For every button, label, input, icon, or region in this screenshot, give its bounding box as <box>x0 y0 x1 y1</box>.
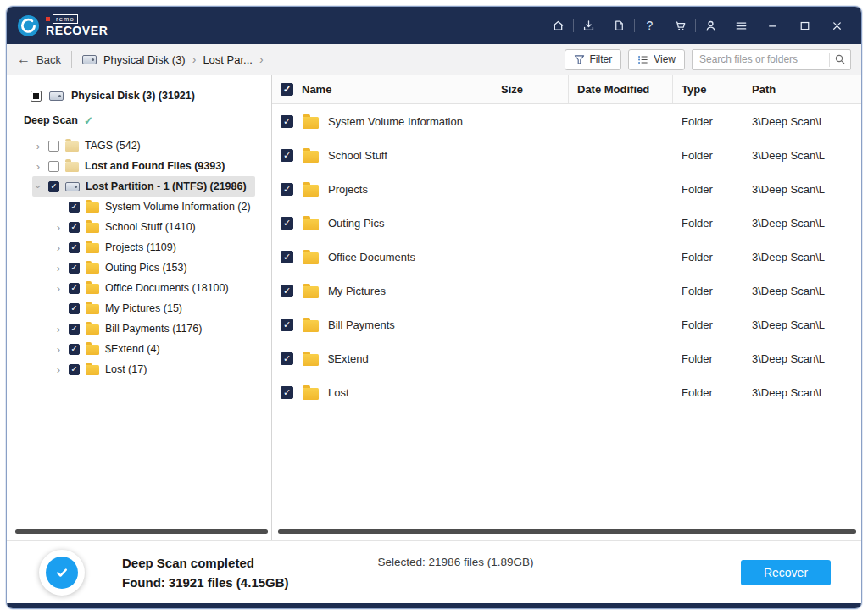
table-row-outing-pics[interactable]: ✓Outing PicsFolder3\Deep Scan\L <box>272 206 861 240</box>
expand-arrow-icon[interactable]: › <box>54 221 63 234</box>
expand-arrow-icon[interactable]: › <box>54 282 63 295</box>
table-row-projects[interactable]: ✓ProjectsFolder3\Deep Scan\L <box>272 172 861 206</box>
content-area: Physical Disk (3) (31921) Deep Scan ✓ ›T… <box>7 75 861 540</box>
tree-item-outing-pics-153[interactable]: ›✓Outing Pics (153) <box>53 258 196 278</box>
expand-arrow-icon[interactable]: › <box>54 363 63 376</box>
folder-icon <box>303 320 319 332</box>
help-icon[interactable]: ? <box>635 14 665 36</box>
row-checkbox[interactable]: ✓ <box>281 251 293 263</box>
column-header-path[interactable]: Path <box>743 75 861 103</box>
column-header-type[interactable]: Type <box>673 75 743 103</box>
row-checkbox[interactable]: ✓ <box>281 319 293 331</box>
expand-arrow-icon[interactable]: › <box>54 241 63 254</box>
tree-item-checkbox[interactable]: ✓ <box>69 242 80 253</box>
maximize-button[interactable] <box>788 14 821 36</box>
toolbar-separator <box>71 51 72 68</box>
column-header-name[interactable]: ✓Name <box>272 75 492 103</box>
tree-item-projects-1109[interactable]: ›✓Projects (1109) <box>53 237 185 258</box>
folder-icon <box>86 304 99 314</box>
tree-item-lost-partition-1-ntfs-21986[interactable]: ›✓Lost Partition - 1 (NTFS) (21986) <box>32 176 255 197</box>
tree-root-item[interactable]: Physical Disk (3) (31921) <box>31 86 271 106</box>
tree-item-checkbox[interactable]: ✓ <box>69 344 80 355</box>
folder-icon <box>86 202 99 213</box>
tree-item-office-documents-18100[interactable]: ›✓Office Documents (18100) <box>53 278 237 298</box>
cart-icon[interactable] <box>665 14 695 36</box>
column-header-size[interactable]: Size <box>492 75 569 103</box>
tree-item-checkbox[interactable]: ✓ <box>69 283 80 294</box>
table-body: ✓System Volume InformationFolder3\Deep S… <box>272 104 861 540</box>
scan-status-row: Deep Scan ✓ <box>24 111 271 130</box>
cell-path: 3\Deep Scan\L <box>743 149 861 162</box>
back-button[interactable]: ← Back <box>17 53 61 66</box>
sidebar-horizontal-scrollbar[interactable] <box>15 529 268 534</box>
tree-item-checkbox[interactable]: ✓ <box>69 202 80 213</box>
table-row-lost[interactable]: ✓LostFolder3\Deep Scan\L <box>272 375 861 409</box>
tree-item-school-stuff-1410[interactable]: ›✓School Stuff (1410) <box>53 217 204 237</box>
tree-item-bill-payments-1176[interactable]: ›✓Bill Payments (1176) <box>53 319 210 339</box>
tree-item-checkbox[interactable]: ✓ <box>69 303 80 314</box>
tree-item-checkbox[interactable]: ✓ <box>48 181 59 192</box>
table-row-system-volume-information[interactable]: ✓System Volume InformationFolder3\Deep S… <box>272 104 861 138</box>
menu-icon[interactable] <box>726 14 756 36</box>
tree-item-extend-4[interactable]: ›✓$Extend (4) <box>53 339 169 359</box>
expand-arrow-icon[interactable]: › <box>54 323 63 335</box>
account-icon[interactable] <box>696 14 726 36</box>
tree-item-checkbox[interactable] <box>48 141 59 152</box>
breadcrumb-physical-disk[interactable]: Physical Disk (3) <box>103 53 186 66</box>
root-checkbox[interactable] <box>31 91 42 102</box>
tree-item-checkbox[interactable]: ✓ <box>69 222 80 233</box>
open-session-icon[interactable] <box>604 14 634 36</box>
collapse-arrow-icon[interactable]: › <box>32 182 45 191</box>
search-input[interactable] <box>693 53 829 65</box>
folder-icon <box>303 151 319 163</box>
table-row-school-stuff[interactable]: ✓School StuffFolder3\Deep Scan\L <box>272 138 861 172</box>
expand-arrow-icon[interactable]: › <box>34 160 42 173</box>
expand-arrow-icon[interactable]: › <box>54 343 63 356</box>
tree-item-lost-and-found-files-9393[interactable]: ›Lost and Found Files (9393) <box>32 156 233 176</box>
recover-button[interactable]: Recover <box>741 560 831 585</box>
name-cell: ✓Bill Payments <box>272 318 492 332</box>
expand-arrow-icon[interactable]: › <box>34 140 42 152</box>
row-checkbox[interactable]: ✓ <box>281 183 293 196</box>
row-checkbox[interactable]: ✓ <box>281 149 293 162</box>
tree-item-checkbox[interactable] <box>48 161 59 172</box>
row-checkbox[interactable]: ✓ <box>281 217 293 230</box>
tree-item-my-pictures-15[interactable]: ›✓My Pictures (15) <box>53 298 191 319</box>
table-row-extend[interactable]: ✓$ExtendFolder3\Deep Scan\L <box>272 341 861 375</box>
row-checkbox[interactable]: ✓ <box>281 386 293 399</box>
table-row-bill-payments[interactable]: ✓Bill PaymentsFolder3\Deep Scan\L <box>272 308 861 341</box>
tree-item-system-volume-information-2[interactable]: ›✓System Volume Information (2) <box>53 197 259 217</box>
tree-item-lost-17[interactable]: ›✓Lost (17) <box>53 359 155 380</box>
minimize-button[interactable] <box>756 14 788 36</box>
titlebar: remo RECOVER ? <box>7 7 861 44</box>
cell-path: 3\Deep Scan\L <box>743 183 861 196</box>
folder-icon <box>303 252 319 264</box>
breadcrumb-lost-partition[interactable]: Lost Par... <box>203 53 253 66</box>
table-row-my-pictures[interactable]: ✓My PicturesFolder3\Deep Scan\L <box>272 274 861 308</box>
select-all-checkbox[interactable]: ✓ <box>281 83 293 96</box>
chevron-right-icon: › <box>259 53 264 66</box>
name-cell: ✓Lost <box>272 385 492 400</box>
home-icon[interactable] <box>543 14 573 36</box>
column-header-date-modified[interactable]: Date Modified <box>569 75 673 103</box>
close-button[interactable] <box>821 14 853 36</box>
table-row-office-documents[interactable]: ✓Office DocumentsFolder3\Deep Scan\L <box>272 240 861 274</box>
row-checkbox[interactable]: ✓ <box>281 352 293 365</box>
folder-icon <box>86 324 99 335</box>
table-horizontal-scrollbar[interactable] <box>278 529 856 534</box>
cell-type: Folder <box>673 183 743 196</box>
tree-item-tags-542[interactable]: ›TAGS (542) <box>32 136 149 156</box>
view-button[interactable]: View <box>628 49 685 70</box>
name-cell: ✓System Volume Information <box>272 114 492 129</box>
row-checkbox[interactable]: ✓ <box>281 285 293 297</box>
logo-red-dot <box>46 17 50 21</box>
search-icon[interactable] <box>830 53 850 65</box>
filter-button[interactable]: Filter <box>565 49 622 70</box>
tree-item-checkbox[interactable]: ✓ <box>69 324 80 335</box>
row-checkbox[interactable]: ✓ <box>281 115 293 128</box>
expand-arrow-icon[interactable]: › <box>54 262 63 274</box>
tree-item-checkbox[interactable]: ✓ <box>69 364 80 375</box>
save-session-icon[interactable] <box>574 14 604 36</box>
name-cell: ✓Office Documents <box>272 250 492 264</box>
tree-item-checkbox[interactable]: ✓ <box>69 263 80 274</box>
